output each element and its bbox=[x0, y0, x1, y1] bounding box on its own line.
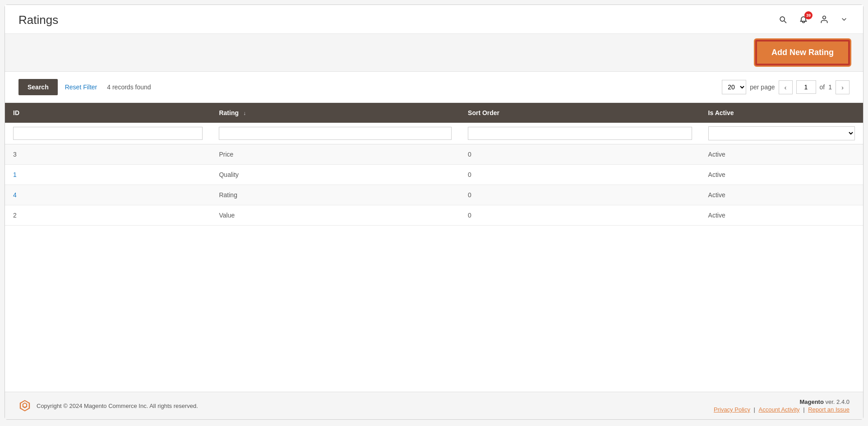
toolbar-area: Add New Rating bbox=[5, 34, 863, 72]
table-row[interactable]: 2 Value 0 Active bbox=[5, 205, 863, 226]
filter-sort-order-input[interactable] bbox=[468, 127, 692, 140]
per-page-select[interactable]: 20 30 50 bbox=[722, 80, 746, 94]
table-wrapper: ID Rating ↓ Sort Order Is Active bbox=[5, 103, 863, 392]
search-bar: Search Reset Filter 4 records found 20 3… bbox=[5, 72, 863, 103]
filter-sort-order-cell bbox=[460, 123, 700, 144]
chevron-down-icon bbox=[840, 16, 848, 23]
filter-id-cell bbox=[5, 123, 211, 144]
prev-page-button[interactable]: ‹ bbox=[779, 80, 793, 94]
filter-rating-input[interactable] bbox=[219, 127, 452, 140]
version-number: ver. 2.4.0 bbox=[826, 398, 850, 405]
footer-left: Copyright © 2024 Magento Commerce Inc. A… bbox=[18, 399, 198, 412]
magento-label: Magento bbox=[799, 398, 823, 405]
sort-icon-rating: ↓ bbox=[243, 110, 246, 116]
cell-rating: Price bbox=[211, 144, 460, 165]
cell-rating: Rating bbox=[211, 185, 460, 205]
report-issue-link[interactable]: Report an Issue bbox=[808, 406, 850, 413]
footer-links: Privacy Policy | Account Activity | Repo… bbox=[714, 406, 850, 413]
cell-id: 3 bbox=[5, 144, 211, 165]
search-icon bbox=[778, 15, 787, 24]
magento-logo-icon bbox=[18, 399, 31, 412]
column-header-is-active[interactable]: Is Active bbox=[700, 103, 863, 123]
notifications-icon-button[interactable]: 39 bbox=[797, 13, 810, 27]
cell-sort-order: 0 bbox=[460, 205, 700, 226]
cell-sort-order: 0 bbox=[460, 144, 700, 165]
filter-is-active-cell: Active Inactive bbox=[700, 123, 863, 144]
search-icon-button[interactable] bbox=[776, 13, 789, 27]
cell-rating: Quality bbox=[211, 165, 460, 185]
cell-id-link[interactable]: 4 bbox=[5, 185, 211, 205]
cell-rating: Value bbox=[211, 205, 460, 226]
table-filter-row: Active Inactive bbox=[5, 123, 863, 144]
reset-filter-link[interactable]: Reset Filter bbox=[65, 83, 97, 91]
table-header-row: ID Rating ↓ Sort Order Is Active bbox=[5, 103, 863, 123]
footer-copyright: Copyright © 2024 Magento Commerce Inc. A… bbox=[37, 403, 198, 409]
search-button[interactable]: Search bbox=[18, 79, 58, 95]
cell-is-active: Active bbox=[700, 205, 863, 226]
privacy-policy-link[interactable]: Privacy Policy bbox=[714, 406, 750, 413]
pagination-area: 20 30 50 per page ‹ of 1 › bbox=[722, 80, 850, 94]
footer-version: Magento ver. 2.4.0 bbox=[714, 398, 850, 405]
notification-badge: 39 bbox=[804, 11, 813, 19]
page-title: Ratings bbox=[18, 13, 58, 27]
header-icons: 39 bbox=[776, 13, 850, 27]
filter-is-active-select[interactable]: Active Inactive bbox=[708, 126, 855, 140]
page-footer: Copyright © 2024 Magento Commerce Inc. A… bbox=[5, 392, 863, 419]
add-new-rating-button[interactable]: Add New Rating bbox=[756, 40, 850, 65]
next-page-button[interactable]: › bbox=[836, 80, 850, 94]
column-header-sort-order[interactable]: Sort Order bbox=[460, 103, 700, 123]
per-page-label: per page bbox=[750, 83, 775, 91]
records-found: 4 records found bbox=[107, 83, 151, 91]
page-of-label: of bbox=[820, 83, 825, 91]
cell-sort-order: 0 bbox=[460, 165, 700, 185]
filter-id-input[interactable] bbox=[13, 127, 203, 140]
cell-sort-order: 0 bbox=[460, 185, 700, 205]
dropdown-icon-button[interactable] bbox=[839, 14, 850, 26]
cell-is-active: Active bbox=[700, 185, 863, 205]
page-total: 1 bbox=[828, 83, 832, 91]
page-number-input[interactable] bbox=[796, 80, 816, 94]
account-activity-link[interactable]: Account Activity bbox=[759, 406, 800, 413]
cell-id-link[interactable]: 1 bbox=[5, 165, 211, 185]
footer-right: Magento ver. 2.4.0 Privacy Policy | Acco… bbox=[714, 398, 850, 413]
user-icon bbox=[820, 15, 829, 24]
cell-id: 2 bbox=[5, 205, 211, 226]
page-header: Ratings 39 bbox=[5, 5, 863, 34]
filter-rating-cell bbox=[211, 123, 460, 144]
column-header-rating[interactable]: Rating ↓ bbox=[211, 103, 460, 123]
cell-is-active: Active bbox=[700, 144, 863, 165]
user-icon-button[interactable] bbox=[818, 13, 831, 27]
content-main: Add New Rating Search Reset Filter 4 rec… bbox=[5, 34, 863, 392]
column-header-id[interactable]: ID bbox=[5, 103, 211, 123]
table-row[interactable]: 3 Price 0 Active bbox=[5, 144, 863, 165]
table-row[interactable]: 1 Quality 0 Active bbox=[5, 165, 863, 185]
cell-is-active: Active bbox=[700, 165, 863, 185]
table-row[interactable]: 4 Rating 0 Active bbox=[5, 185, 863, 205]
ratings-table: ID Rating ↓ Sort Order Is Active bbox=[5, 103, 863, 226]
